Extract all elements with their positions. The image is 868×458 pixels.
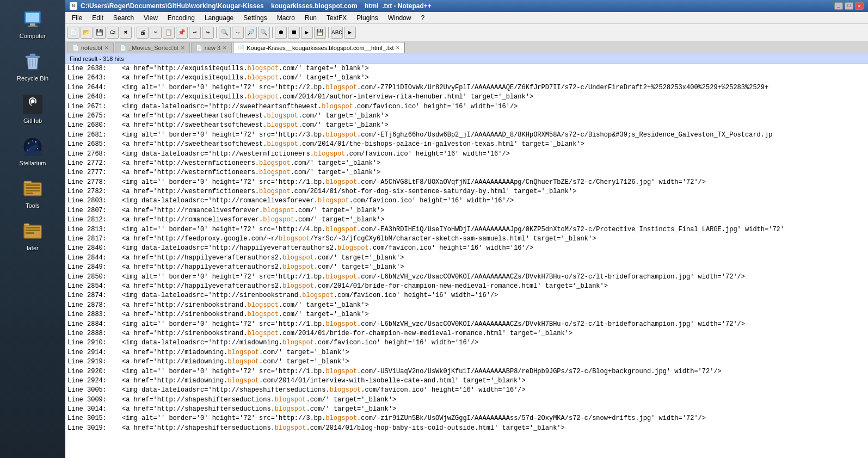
- tab-notes-label: notes.bt: [81, 45, 102, 51]
- menu-bar: File Edit Search View Encoding Language …: [65, 12, 868, 24]
- desktop-icon-computer[interactable]: Computer: [8, 5, 57, 42]
- line-content: <a href='http://happilyeverafterauthors2…: [122, 282, 866, 291]
- tb-macro-rec[interactable]: ⏺: [275, 27, 287, 39]
- tb-spell[interactable]: ABC: [331, 27, 343, 39]
- tb-macro-stop[interactable]: ⏹: [288, 27, 300, 39]
- tab-movies-label: _Movies_Sorted.bt: [128, 45, 178, 51]
- line-content: <a href='http://miadowning.blogspot.com/…: [122, 348, 866, 357]
- tb-macro-save[interactable]: 💾: [314, 27, 326, 39]
- tab-new3-close[interactable]: ✕: [223, 45, 227, 51]
- highlight-blogspot: blogspot: [263, 216, 294, 224]
- line-content: <a href='http://sirenbookstrand.blogspot…: [122, 301, 866, 310]
- line-content: <a href='http://sweetheartsofthewest.blo…: [122, 121, 866, 130]
- menu-macro[interactable]: Macro: [273, 13, 299, 23]
- tab-kougar[interactable]: 📄 Kougar-Kisses__kougarkisses.blogspot.c…: [233, 42, 405, 53]
- tb-run[interactable]: ▶: [344, 27, 356, 39]
- tb-paste[interactable]: 📌: [176, 27, 188, 39]
- tb-cut[interactable]: ✂: [150, 27, 162, 39]
- tb-zoomout[interactable]: 🔍: [258, 27, 270, 39]
- line-content: <a href='http://exquisitequills.blogspot…: [122, 64, 866, 73]
- line-number: Line 2883:: [67, 310, 122, 319]
- menu-edit[interactable]: Edit: [88, 13, 108, 23]
- desktop-icon-later[interactable]: later: [8, 218, 57, 255]
- desktop-icon-recycle[interactable]: Recycle Bin: [8, 48, 57, 85]
- menu-textfx[interactable]: TextFX: [322, 13, 351, 23]
- line-number: Line 2638:: [67, 64, 122, 73]
- tb-zoomin[interactable]: 🔎: [245, 27, 257, 39]
- table-row: Line 2685: <a href='http://sweetheartsof…: [65, 140, 868, 149]
- menu-settings[interactable]: Settings: [239, 13, 271, 23]
- tab-new3[interactable]: 📄 new 3 ✕: [191, 42, 232, 53]
- find-result-text: Find result - 318 hits: [70, 55, 124, 62]
- highlight-blogspot: blogspot: [267, 121, 298, 129]
- stellarium-label: Stellarium: [20, 160, 46, 166]
- table-row: Line 2854: <a href='http://happilyeveraf…: [65, 282, 868, 291]
- tb-undo[interactable]: ↩: [189, 27, 201, 39]
- tab-kougar-close[interactable]: ✕: [396, 45, 400, 51]
- tb-save[interactable]: 💾: [94, 27, 106, 39]
- tb-find[interactable]: 🔍: [219, 27, 231, 39]
- tab-notes-close[interactable]: ✕: [104, 45, 109, 51]
- highlight-blogspot: blogspot: [275, 405, 306, 413]
- svg-rect-26: [26, 193, 33, 194]
- table-row: Line 2924: <a href='http://miadowning.bl…: [65, 376, 868, 386]
- minimize-button[interactable]: _: [834, 2, 843, 10]
- sep2: [216, 27, 217, 38]
- menu-file[interactable]: File: [67, 13, 87, 23]
- line-number: Line 2817:: [67, 234, 122, 244]
- line-content: <a href='http://feedproxy.google.com/~r/…: [122, 234, 866, 244]
- table-row: Line 3009: <a href='http://shapeshifters…: [65, 395, 868, 405]
- highlight-blogspot: blogspot: [267, 140, 298, 148]
- line-number: Line 3009:: [67, 395, 122, 405]
- table-row: Line 2878: <a href='http://sirenbookstra…: [65, 301, 868, 310]
- line-content: <img alt='' border='0' height='72' src='…: [122, 414, 866, 423]
- tab-movies-close[interactable]: ✕: [181, 45, 185, 51]
- highlight-blogspot: blogspot: [330, 386, 361, 394]
- line-content: <a href='http://sirenbookstrand.blogspot…: [122, 310, 866, 319]
- menu-search[interactable]: Search: [109, 13, 138, 23]
- tb-macro-play[interactable]: ▶: [301, 27, 313, 39]
- line-number: Line 2844:: [67, 253, 122, 263]
- desktop-icon-github[interactable]: GitHub: [8, 90, 57, 127]
- table-row: Line 3014: <a href='http://shapeshifters…: [65, 405, 868, 414]
- tb-copy[interactable]: 📋: [163, 27, 175, 39]
- menu-encoding[interactable]: Encoding: [163, 13, 199, 23]
- line-number: Line 2813:: [67, 225, 122, 234]
- line-content: <a href='http://westernfictioneers.blogs…: [122, 159, 866, 168]
- menu-help[interactable]: ?: [416, 13, 429, 23]
- maximize-button[interactable]: □: [845, 2, 853, 10]
- line-number: Line 2643:: [67, 73, 122, 83]
- highlight-blogspot: blogspot: [325, 226, 357, 233]
- tb-replace[interactable]: ↔: [232, 27, 244, 39]
- line-number: Line 3015:: [67, 414, 122, 423]
- table-row: Line 2643: <a href='http://exquisitequil…: [65, 73, 868, 83]
- menu-run[interactable]: Run: [300, 13, 321, 23]
- tb-close[interactable]: ✖: [120, 27, 132, 39]
- content-area[interactable]: Line 2638: <a href='http://exquisitequil…: [65, 64, 868, 458]
- table-row: Line 2675: <a href='http://sweetheartsof…: [65, 112, 868, 121]
- close-button[interactable]: ✕: [855, 2, 864, 10]
- tools-icon: [22, 178, 44, 200]
- svg-rect-30: [26, 230, 40, 231]
- line-content: <a href='http://sweetheartsofthewest.blo…: [122, 140, 866, 149]
- tab-notes[interactable]: 📄 notes.bt ✕: [67, 42, 114, 53]
- tab-movies[interactable]: 📄 _Movies_Sorted.bt ✕: [115, 42, 190, 53]
- table-row: Line 2919: <a href='http://miadowning.bl…: [65, 357, 868, 367]
- tb-redo[interactable]: ↪: [202, 27, 214, 39]
- line-number: Line 2920:: [67, 367, 122, 376]
- desktop-icon-tools[interactable]: Tools: [8, 175, 57, 212]
- tb-print[interactable]: 🖨: [137, 27, 149, 39]
- menu-window[interactable]: Window: [384, 13, 416, 23]
- line-number: Line 2671:: [67, 102, 122, 112]
- menu-language[interactable]: Language: [200, 13, 238, 23]
- desktop-icon-stellarium[interactable]: Stellarium: [8, 133, 57, 170]
- tb-new[interactable]: 📄: [67, 27, 79, 39]
- line-number: Line 2840:: [67, 244, 122, 253]
- table-row: Line 2888: <a href='http://sirenbookstra…: [65, 329, 868, 338]
- menu-view[interactable]: View: [139, 13, 162, 23]
- menu-plugins[interactable]: Plugins: [352, 13, 382, 23]
- tb-open[interactable]: 📂: [81, 27, 93, 39]
- tb-saveall[interactable]: 🗂: [107, 27, 119, 39]
- highlight-blogspot: blogspot: [259, 169, 291, 176]
- highlight-blogspot: blogspot: [322, 103, 353, 110]
